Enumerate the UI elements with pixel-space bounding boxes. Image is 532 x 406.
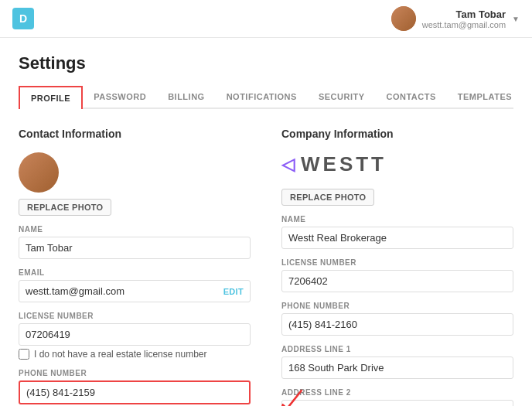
contact-phone-field: PHONE NUMBER (19, 369, 251, 404)
company-logo: ◁ WESTT (281, 152, 387, 176)
company-address2-field: ADDRESS LINE 2 (281, 388, 513, 406)
contact-name-label: NAME (19, 225, 251, 234)
page-content: Settings PROFILE PASSWORD BILLING NOTIFI… (0, 38, 532, 406)
tab-security[interactable]: SECURITY (308, 86, 376, 107)
company-address2-label: ADDRESS LINE 2 (281, 388, 513, 397)
tab-password[interactable]: PASSWORD (83, 86, 157, 107)
company-column: Company Information ◁ WESTT REPLACE PHOT… (281, 128, 513, 406)
avatar (391, 6, 416, 31)
contact-no-license-label: I do not have a real estate license numb… (34, 349, 206, 360)
contact-email-edit-link[interactable]: EDIT (217, 282, 250, 301)
tab-profile[interactable]: PROFILE (19, 86, 83, 109)
company-address2-input[interactable] (281, 400, 513, 406)
contact-license-label: LICENSE NUMBER (19, 312, 251, 320)
contact-photo (19, 152, 59, 193)
contact-no-license-checkbox[interactable] (19, 349, 29, 360)
contact-section-title: Contact Information (19, 128, 251, 140)
logo-text: WESTT (301, 152, 387, 176)
company-replace-photo-button[interactable]: REPLACE PHOTO (281, 189, 374, 206)
contact-photo-area: REPLACE PHOTO (19, 152, 251, 216)
tab-templates[interactable]: TEMPLATES (447, 86, 523, 107)
logo-arrow-icon: ◁ (281, 155, 298, 175)
company-section-title: Company Information (281, 128, 513, 140)
company-address1-field: ADDRESS LINE 1 (281, 345, 513, 379)
contact-phone-label: PHONE NUMBER (19, 369, 251, 377)
tab-bar: PROFILE PASSWORD BILLING NOTIFICATIONS S… (19, 86, 513, 109)
contact-email-label: EMAIL (19, 268, 251, 277)
contact-name-field: NAME (19, 225, 251, 259)
user-menu[interactable]: Tam Tobar westt.tam@gmail.com ▼ (391, 6, 520, 31)
company-name-input[interactable] (281, 227, 513, 249)
contact-name-input[interactable] (19, 237, 251, 259)
tab-notifications[interactable]: NOTIFICATIONS (216, 86, 308, 107)
contact-license-field: LICENSE NUMBER I do not have a real esta… (19, 312, 251, 360)
top-bar: D Tam Tobar westt.tam@gmail.com ▼ (0, 0, 532, 38)
user-email: westt.tam@gmail.com (422, 20, 506, 29)
company-license-input[interactable] (281, 270, 513, 292)
company-name-field: NAME (281, 215, 513, 249)
contact-column: Contact Information REPLACE PHOTO NAME E… (19, 128, 251, 406)
company-logo-area: ◁ WESTT (281, 152, 513, 176)
contact-license-input[interactable] (19, 323, 251, 346)
company-phone-input[interactable] (281, 313, 513, 336)
contact-no-license-row: I do not have a real estate license numb… (19, 349, 251, 360)
chevron-down-icon: ▼ (512, 15, 520, 23)
company-phone-field: PHONE NUMBER (281, 302, 513, 336)
tab-billing[interactable]: BILLING (157, 86, 216, 107)
profile-columns: Contact Information REPLACE PHOTO NAME E… (19, 128, 513, 406)
company-address1-input[interactable] (281, 357, 513, 379)
company-phone-label: PHONE NUMBER (281, 302, 513, 310)
contact-email-field: EMAIL EDIT (19, 268, 251, 302)
tab-contacts[interactable]: CONTACTS (376, 86, 447, 107)
user-details: Tam Tobar westt.tam@gmail.com (422, 9, 506, 29)
contact-phone-input[interactable] (19, 380, 251, 404)
page-title: Settings (19, 53, 513, 73)
contact-email-row: EDIT (19, 280, 251, 302)
contact-replace-photo-button[interactable]: REPLACE PHOTO (19, 199, 111, 216)
company-address1-label: ADDRESS LINE 1 (281, 345, 513, 353)
contact-email-input[interactable] (19, 281, 217, 302)
company-license-label: LICENSE NUMBER (281, 258, 513, 267)
app-logo[interactable]: D (12, 8, 34, 29)
company-name-label: NAME (281, 215, 513, 223)
company-license-field: LICENSE NUMBER (281, 258, 513, 292)
user-name: Tam Tobar (422, 9, 506, 20)
